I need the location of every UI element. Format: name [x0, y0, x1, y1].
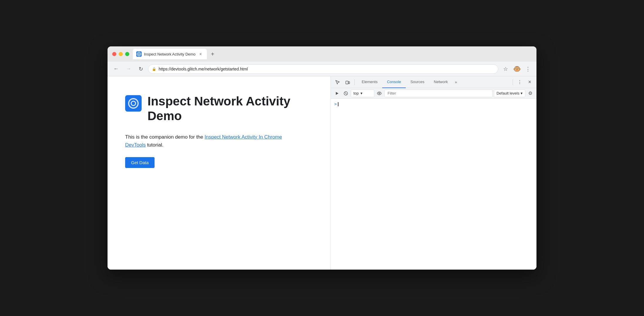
console-toolbar: top ▾ Default levels ▾ ⚙ [331, 88, 536, 99]
svg-rect-2 [346, 81, 348, 84]
device-toolbar-button[interactable] [343, 78, 352, 87]
log-levels-selector[interactable]: Default levels ▾ [494, 90, 525, 97]
console-run-button[interactable] [333, 90, 341, 97]
page-header: Inspect Network Activity Demo [125, 94, 313, 124]
console-prompt-line: > [333, 101, 534, 107]
prompt-chevron-icon: > [334, 102, 337, 106]
devtools-close-button[interactable]: × [525, 78, 534, 87]
nav-bar: ← → ↻ 🔒 https://devtools.glitch.me/netwo… [108, 62, 536, 76]
svg-line-6 [345, 93, 347, 94]
page-content: Inspect Network Activity Demo This is th… [108, 76, 331, 270]
eye-button[interactable] [375, 90, 383, 97]
page-description: This is the companion demo for the Inspe… [125, 133, 290, 149]
console-clear-button[interactable] [342, 90, 350, 97]
new-tab-button[interactable]: + [208, 49, 217, 59]
console-cursor[interactable] [338, 102, 338, 106]
maximize-button[interactable] [125, 52, 129, 56]
devtools-actions: ⋮ × [511, 78, 534, 87]
reload-button[interactable]: ↻ [136, 64, 146, 74]
back-button[interactable]: ← [111, 64, 121, 74]
console-output[interactable]: > [331, 99, 536, 270]
browser-tab[interactable]: Inspect Network Activity Demo × [133, 49, 207, 59]
tab-network[interactable]: Network [429, 76, 453, 88]
main-content: Inspect Network Activity Demo This is th… [108, 76, 536, 270]
forward-button[interactable]: → [123, 64, 133, 74]
tab-elements[interactable]: Elements [357, 76, 382, 88]
address-bar[interactable]: 🔒 https://devtools.glitch.me/network/get… [148, 64, 498, 74]
selector-chevron-icon: ▾ [360, 91, 363, 95]
levels-chevron-icon: ▾ [521, 91, 523, 95]
devtools-tabs: Elements Console Sources Network » [357, 76, 510, 88]
svg-point-7 [379, 93, 380, 94]
get-data-button[interactable]: Get Data [125, 157, 155, 168]
svg-rect-3 [348, 82, 350, 84]
devtools-panel: Elements Console Sources Network » ⋮ [331, 76, 536, 270]
tab-console[interactable]: Console [382, 76, 406, 88]
tab-favicon-icon [136, 51, 142, 57]
devtools-toolbar: Elements Console Sources Network » ⋮ [331, 76, 536, 88]
traffic-lights [112, 52, 129, 56]
url-text: https://devtools.glitch.me/network/getst… [159, 67, 494, 71]
nav-actions: ☆ 🐵 ⋮ [501, 64, 533, 74]
actions-divider [513, 79, 513, 85]
toolbar-divider [354, 79, 355, 85]
more-tabs-button[interactable]: » [452, 80, 459, 84]
console-filter-input[interactable] [384, 90, 493, 97]
inspect-element-button[interactable] [333, 78, 342, 87]
tab-bar: Inspect Network Activity Demo × + [133, 49, 532, 59]
profile-button[interactable]: 🐵 [512, 64, 522, 74]
devtools-menu-button[interactable]: ⋮ [515, 78, 524, 87]
tab-title: Inspect Network Activity Demo [144, 52, 196, 56]
menu-button[interactable]: ⋮ [523, 64, 533, 74]
bookmark-button[interactable]: ☆ [501, 64, 511, 74]
description-before: This is the companion demo for the [125, 134, 204, 140]
page-favicon-icon [125, 95, 142, 112]
close-button[interactable] [112, 52, 116, 56]
lock-icon: 🔒 [152, 67, 156, 71]
browser-window: Inspect Network Activity Demo × + ← → ↻ … [108, 46, 536, 270]
svg-marker-4 [336, 92, 338, 95]
context-selector[interactable]: top ▾ [351, 90, 374, 97]
svg-point-1 [138, 53, 140, 55]
console-settings-button[interactable]: ⚙ [526, 90, 534, 97]
page-title: Inspect Network Activity Demo [147, 94, 313, 124]
title-bar: Inspect Network Activity Demo × + [108, 46, 536, 62]
tab-sources[interactable]: Sources [406, 76, 429, 88]
minimize-button[interactable] [119, 52, 123, 56]
description-after: tutorial. [146, 142, 163, 148]
tab-close-icon[interactable]: × [198, 51, 203, 57]
